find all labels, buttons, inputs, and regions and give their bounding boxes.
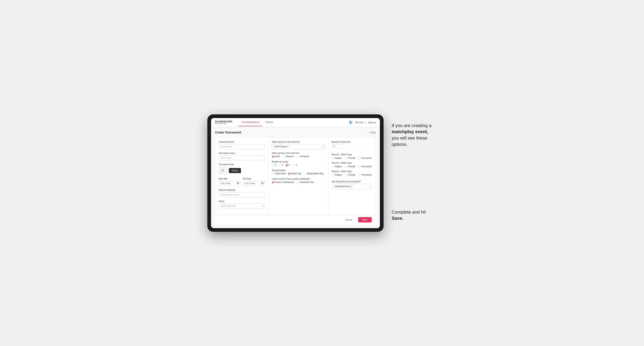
round2-singles[interactable]: Singles	[332, 165, 342, 168]
signout-link[interactable]: Sign out	[368, 121, 376, 124]
round2-singles-radio[interactable]	[332, 165, 334, 168]
gender-combined-radio[interactable]	[296, 155, 299, 158]
save-button[interactable]: Save	[358, 217, 372, 222]
round1-singles[interactable]: Singles	[332, 157, 342, 159]
sponsor-group: Sponsor (optional)	[219, 189, 265, 197]
gender-mens-label: Mens	[275, 155, 280, 158]
scoring-stroke-radio[interactable]	[272, 173, 274, 175]
rounds-label: Number of rounds	[272, 161, 325, 163]
individuals-radio[interactable]	[296, 181, 299, 183]
annotation-top: If you are creating a matchplay event, y…	[392, 123, 437, 148]
venue-label: Venue	[219, 200, 265, 202]
round3-fourball-radio[interactable]	[344, 174, 347, 176]
rounds-group: Number of rounds 1 2	[272, 161, 325, 166]
date-row: Start date 📅 End date	[219, 177, 265, 186]
round-1-radio[interactable]	[272, 164, 274, 166]
annotation-bold: matchplay event,	[392, 129, 428, 134]
scoring-stroke[interactable]: Stroke Play	[272, 173, 286, 175]
round2-match-type: Round 2 - Match Type Singles Fourball	[332, 162, 372, 168]
round-3-radio[interactable]	[286, 164, 288, 166]
round2-fourball-label: Fourball	[348, 165, 355, 168]
division-label: Which division is the event for?	[272, 141, 325, 143]
round2-options: Singles Fourball Foursomes	[332, 165, 372, 168]
round-4-radio[interactable]	[292, 164, 295, 166]
teams-radio[interactable]	[272, 181, 274, 183]
individuals-option[interactable]: Individuals Only	[296, 181, 314, 183]
api-tag: Leaderboard King ✕	[334, 185, 353, 188]
scoring-medal-radio[interactable]	[304, 173, 306, 175]
round2-match-label: Round 2 - Match Type	[332, 162, 372, 164]
brand: SCOREBOARD Powered by clippit	[215, 121, 232, 124]
scoring-medal[interactable]: Medal Match Play	[304, 173, 323, 175]
round1-singles-radio[interactable]	[332, 157, 334, 159]
tab-teams[interactable]: TEAMS	[262, 119, 276, 126]
scoring-match[interactable]: Match Play	[288, 173, 302, 175]
round3-fourball[interactable]: Fourball	[344, 174, 355, 176]
round-3[interactable]: 3	[286, 164, 290, 166]
round3-foursomes[interactable]: Foursomes	[358, 174, 372, 176]
api-tag-remove[interactable]: ✕	[350, 185, 352, 188]
gender-womens[interactable]: Womens	[282, 155, 294, 158]
tab-tournaments[interactable]: TOURNAMENTS	[238, 119, 262, 126]
round1-match-label: Round 1 - Match Type	[332, 154, 372, 156]
gender-combined-label: Combined	[300, 155, 309, 158]
start-date-wrapper: 📅	[219, 181, 241, 186]
round-2[interactable]: 2	[279, 164, 283, 166]
round2-singles-label: Singles	[335, 165, 342, 168]
round1-foursomes[interactable]: Foursomes	[358, 157, 372, 159]
teams-option[interactable]: Teams (+Individuals)	[272, 181, 294, 183]
form-footer: Cancel Save	[215, 215, 376, 224]
tournament-logo-group: Tournament logo 🖼 Upload	[219, 163, 265, 175]
scoring-match-radio[interactable]	[288, 173, 290, 175]
round2-fourball-radio[interactable]	[344, 165, 347, 168]
max-team-size-input[interactable]	[332, 144, 344, 149]
nav-right: 👤 Test User | Sign out	[348, 120, 376, 125]
round2-fourball[interactable]: Fourball	[344, 165, 355, 168]
round1-foursomes-radio[interactable]	[358, 157, 360, 159]
annotation-bottom-text: Complete and hit	[392, 209, 426, 215]
gender-label: Which gender is the event for?	[272, 152, 325, 154]
calendar-icon: 📅	[237, 182, 239, 184]
gender-mens-radio[interactable]	[272, 155, 274, 158]
sponsor-input[interactable]	[219, 192, 265, 197]
logo-placeholder-icon: 🖼	[219, 167, 227, 175]
gender-mens[interactable]: Mens	[272, 155, 280, 158]
logo-upload-area: 🖼 Upload	[219, 167, 265, 175]
round3-singles-radio[interactable]	[332, 174, 334, 176]
tournament-host-input[interactable]	[219, 144, 265, 149]
gender-womens-radio[interactable]	[282, 155, 285, 158]
individuals-label: Individuals Only	[300, 181, 314, 183]
round1-fourball-radio[interactable]	[344, 157, 347, 159]
end-date-group: End date 📅	[243, 177, 265, 186]
tournament-host-label: Tournament Host	[219, 141, 265, 143]
round-4[interactable]: 4	[292, 164, 297, 166]
round2-foursomes-radio[interactable]	[358, 165, 360, 168]
annotation-save-bold: Save.	[392, 216, 404, 221]
round1-fourball[interactable]: Fourball	[344, 157, 355, 159]
gender-combined[interactable]: Combined	[296, 155, 309, 158]
page-header: Create Tournament ← Back	[215, 131, 376, 134]
tournament-name-input[interactable]	[219, 155, 265, 161]
tournament-name-label: Tournament name	[219, 152, 265, 154]
round-2-label: 2	[282, 164, 283, 166]
round3-singles[interactable]: Singles	[332, 174, 342, 176]
page-wrapper: SCOREBOARD Powered by clippit TOURNAMENT…	[8, 114, 636, 232]
division-select[interactable]: NCAA Division I	[272, 144, 325, 149]
back-button[interactable]: ← Back	[368, 131, 376, 134]
cancel-button[interactable]: Cancel	[342, 217, 356, 222]
upload-button[interactable]: Upload	[229, 168, 241, 173]
start-date-label: Start date	[219, 177, 241, 180]
venue-input[interactable]	[219, 203, 265, 208]
api-group: Use third-party live scoring API? Leader…	[332, 180, 372, 189]
api-select-wrapper[interactable]: Leaderboard King ✕ ▾	[332, 184, 372, 189]
teams-group: Is this event for Teams and/or Individua…	[272, 178, 325, 183]
round1-fourball-label: Fourball	[348, 157, 355, 159]
scoring-group: Scoring system Stroke Play Match Play	[272, 169, 325, 175]
scoring-medal-label: Medal Match Play	[307, 173, 323, 175]
round-2-radio[interactable]	[279, 164, 281, 166]
round2-foursomes[interactable]: Foursomes	[358, 165, 372, 168]
nav-tabs: TOURNAMENTS TEAMS	[238, 119, 348, 126]
round3-foursomes-radio[interactable]	[358, 174, 360, 176]
round-1[interactable]: 1	[272, 164, 276, 166]
brand-title: SCOREBOARD	[215, 121, 232, 123]
